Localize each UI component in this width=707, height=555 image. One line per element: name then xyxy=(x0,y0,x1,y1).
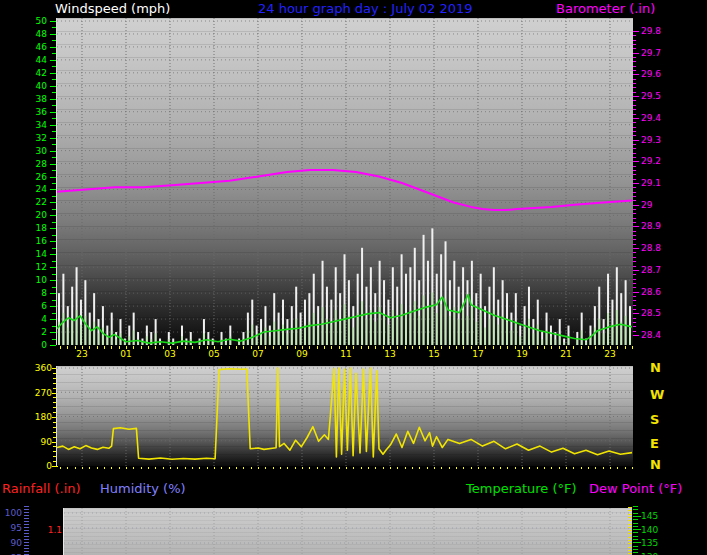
axis-tick xyxy=(633,87,636,88)
compass-label-n-top: N xyxy=(650,360,661,375)
humidity-tick-label: 95 xyxy=(0,523,22,533)
axis-tick xyxy=(633,131,636,132)
axis-tick xyxy=(463,346,464,349)
axis-tick xyxy=(60,467,61,469)
axis-tick xyxy=(463,467,464,469)
axis-tick xyxy=(493,346,494,349)
axis-tick xyxy=(633,166,636,167)
axis-tick xyxy=(595,467,596,469)
time-tick-label: 11 xyxy=(336,349,356,359)
windspeed-tick-label: 8 xyxy=(26,288,47,298)
windspeed-tick-label: 22 xyxy=(26,197,47,207)
axis-tick xyxy=(633,318,636,319)
axis-tick xyxy=(111,467,112,469)
axis-tick xyxy=(295,467,296,469)
axis-tick xyxy=(449,346,450,349)
axis-tick xyxy=(441,467,442,469)
time-tick-label: 21 xyxy=(556,349,576,359)
axis-tick xyxy=(633,40,636,41)
axis-tick xyxy=(302,467,303,469)
axis-tick xyxy=(633,266,636,267)
axis-tick xyxy=(633,66,636,67)
compass-label-n-bottom: N xyxy=(650,457,661,472)
axis-tick xyxy=(633,309,636,310)
wind-direction-tick-label: 0 xyxy=(24,461,52,471)
axis-tick xyxy=(155,467,156,469)
axis-tick xyxy=(633,48,636,49)
axis-tick xyxy=(412,467,413,469)
humidity-axis-title: Humidity (%) xyxy=(100,481,186,496)
axis-tick xyxy=(485,467,486,469)
dew-point-axis-title: Dew Point (°F) xyxy=(589,481,682,496)
axis-tick xyxy=(331,467,332,469)
axis-tick xyxy=(633,335,639,336)
axis-tick xyxy=(551,346,552,349)
axis-tick xyxy=(633,542,641,543)
axis-tick xyxy=(633,161,639,162)
axis-tick xyxy=(633,305,636,306)
axis-tick xyxy=(628,530,632,531)
axis-tick xyxy=(633,231,636,232)
axis-tick xyxy=(221,467,222,469)
axis-tick xyxy=(628,527,632,528)
wind-direction-tick-label: 270 xyxy=(24,388,52,398)
axis-tick xyxy=(628,510,632,511)
axis-tick xyxy=(633,205,639,206)
axis-tick xyxy=(214,467,215,469)
axis-tick xyxy=(633,200,636,201)
axis-tick xyxy=(633,509,638,510)
axis-tick xyxy=(633,292,639,293)
windspeed-tick-label: 24 xyxy=(26,184,47,194)
axis-tick xyxy=(633,283,636,284)
axis-tick xyxy=(633,235,636,236)
axis-tick xyxy=(24,542,29,543)
barometer-tick-label: 28.9 xyxy=(641,221,671,231)
axis-tick xyxy=(361,467,362,469)
compass-label-s: S xyxy=(650,412,659,427)
axis-tick xyxy=(478,467,479,469)
axis-tick xyxy=(82,467,83,469)
axis-tick xyxy=(581,467,582,469)
axis-tick xyxy=(251,467,252,469)
axis-tick xyxy=(97,467,98,469)
time-tick-label: 23 xyxy=(600,349,620,359)
axis-tick xyxy=(192,467,193,469)
axis-tick xyxy=(633,92,636,93)
axis-tick xyxy=(610,467,611,469)
axis-tick xyxy=(633,127,636,128)
axis-tick xyxy=(471,467,472,469)
windspeed-barometer-chart xyxy=(56,18,633,345)
axis-tick xyxy=(633,96,639,97)
axis-tick xyxy=(24,548,29,549)
axis-tick xyxy=(50,345,56,346)
axis-tick xyxy=(628,553,632,554)
windspeed-tick-label: 2 xyxy=(26,327,47,337)
axis-tick xyxy=(633,244,636,245)
axis-tick xyxy=(287,467,288,469)
axis-tick xyxy=(434,467,435,469)
axis-tick xyxy=(633,114,636,115)
windspeed-tick-label: 14 xyxy=(26,249,47,259)
time-tick-label: 07 xyxy=(248,349,268,359)
windspeed-tick-label: 18 xyxy=(26,223,47,233)
rain-humidity-temp-chart xyxy=(64,508,632,555)
windspeed-tick-label: 6 xyxy=(26,301,47,311)
axis-tick xyxy=(243,346,244,349)
axis-tick xyxy=(633,270,639,271)
wind-direction-canvas xyxy=(57,366,633,466)
axis-tick xyxy=(633,170,636,171)
axis-tick xyxy=(361,346,362,349)
axis-tick xyxy=(633,157,636,158)
axis-tick xyxy=(595,346,596,349)
axis-tick xyxy=(633,300,636,301)
axis-tick xyxy=(617,467,618,469)
windspeed-tick-label: 30 xyxy=(26,146,47,156)
axis-tick xyxy=(368,346,369,349)
windspeed-tick-label: 40 xyxy=(26,81,47,91)
axis-tick xyxy=(317,346,318,349)
axis-tick xyxy=(258,467,259,469)
time-tick-label: 19 xyxy=(512,349,532,359)
axis-tick xyxy=(633,239,636,240)
windspeed-tick-label: 42 xyxy=(26,68,47,78)
axis-tick xyxy=(383,467,384,469)
